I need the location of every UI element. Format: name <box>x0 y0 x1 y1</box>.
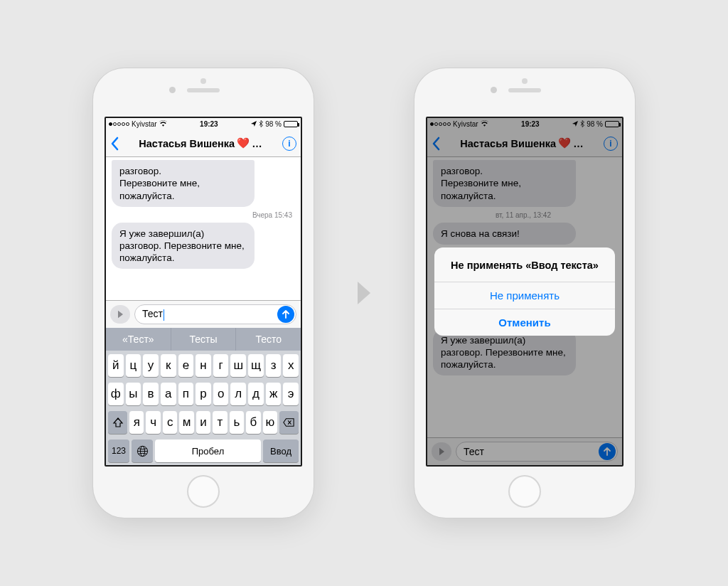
input-bar: Тест <box>106 300 301 328</box>
location-icon <box>251 120 257 128</box>
phone-right: Kyivstar 19:23 98 % <box>414 68 635 518</box>
modal-overlay: Не применять «Ввод текста» Не применять … <box>427 118 622 465</box>
screen-content: Kyivstar 19:23 98 % <box>427 118 622 465</box>
battery-icon <box>284 121 298 127</box>
key[interactable]: к <box>161 354 176 377</box>
arrow-icon <box>358 282 370 304</box>
signal-dots-icon <box>109 122 129 126</box>
keyboard-row: я ч с м и т ь б ю <box>108 411 299 434</box>
contact-name: Настасья Вишенка <box>139 138 235 149</box>
message-bubble: Я уже завершил(а) разговор. Перезвоните … <box>112 223 255 270</box>
key[interactable]: л <box>230 383 246 405</box>
back-button[interactable] <box>110 137 119 151</box>
battery-pct: 98 % <box>265 120 282 128</box>
predictive-suggestion[interactable]: Тесты <box>171 328 237 351</box>
undo-alert: Не применять «Ввод текста» Не применять … <box>434 247 615 336</box>
title-ellipsis: … <box>252 138 262 149</box>
screen-left: Kyivstar 19:23 98 % <box>105 117 302 467</box>
key[interactable]: т <box>213 411 227 434</box>
key[interactable]: ж <box>266 383 282 405</box>
key[interactable]: б <box>246 411 260 434</box>
alert-cancel-button[interactable]: Отменить <box>434 309 615 336</box>
phone-speaker <box>187 88 220 92</box>
keyboard-row: й ц у к е н г ш щ з х <box>108 354 299 377</box>
key[interactable]: я <box>129 411 144 434</box>
space-key[interactable]: Пробел <box>155 440 261 462</box>
phone-camera <box>491 87 497 93</box>
status-right: 98 % <box>251 120 298 129</box>
key[interactable]: ш <box>230 354 246 377</box>
key[interactable]: в <box>143 383 159 405</box>
key[interactable]: щ <box>248 354 264 377</box>
key[interactable]: ю <box>263 411 277 434</box>
keyboard-row: ф ы в а п р о л д ж э <box>108 383 299 405</box>
phone-left: Kyivstar 19:23 98 % <box>93 68 314 518</box>
comparison-stage: Kyivstar 19:23 98 % <box>0 0 728 586</box>
status-left: Kyivstar <box>109 120 167 128</box>
key[interactable]: е <box>178 354 194 377</box>
key[interactable]: э <box>283 383 299 405</box>
key[interactable]: и <box>196 411 210 434</box>
key[interactable]: а <box>161 383 176 405</box>
key[interactable]: с <box>163 411 177 434</box>
key[interactable]: н <box>196 354 211 377</box>
key[interactable]: м <box>179 411 193 434</box>
numbers-key[interactable]: 123 <box>108 440 129 462</box>
key[interactable]: о <box>213 383 229 405</box>
predictive-suggestion[interactable]: Тесто <box>236 328 301 351</box>
home-button[interactable] <box>508 475 541 508</box>
alert-undo-button[interactable]: Не применять <box>434 282 615 309</box>
info-button[interactable]: i <box>282 137 296 151</box>
key[interactable]: х <box>283 354 299 377</box>
return-key[interactable]: Ввод <box>263 440 299 462</box>
key[interactable]: д <box>248 383 264 405</box>
home-button[interactable] <box>187 475 220 508</box>
key[interactable]: ы <box>126 383 141 405</box>
apps-button[interactable] <box>110 305 130 324</box>
text-caret <box>164 309 165 321</box>
phone-sensor <box>200 78 206 84</box>
key[interactable]: ь <box>230 411 244 434</box>
messages-list[interactable]: разговор. Перезвоните мне, пожалуйста. В… <box>106 157 301 300</box>
send-button[interactable] <box>277 306 294 323</box>
key[interactable]: й <box>108 354 124 377</box>
globe-key[interactable] <box>132 440 153 462</box>
phone-speaker <box>508 88 541 92</box>
key[interactable]: ч <box>146 411 160 434</box>
key[interactable]: ф <box>108 383 124 405</box>
phone-sensor <box>522 78 528 84</box>
carrier-label: Kyivstar <box>132 120 157 128</box>
keyboard-row: 123 Пробел Ввод <box>108 440 299 462</box>
nav-title: Настасья Вишенка ❤️ … <box>119 137 282 149</box>
status-time: 19:23 <box>200 120 218 128</box>
status-bar: Kyivstar 19:23 98 % <box>106 118 301 130</box>
keyboard: й ц у к е н г ш щ з х ф ы в а п <box>106 351 301 465</box>
message-input[interactable]: Тест <box>134 304 296 324</box>
heart-icon: ❤️ <box>237 137 250 149</box>
timestamp: Вчера 15:43 <box>112 211 292 220</box>
key[interactable]: з <box>266 354 282 377</box>
key[interactable]: п <box>178 383 194 405</box>
bluetooth-icon <box>259 120 263 129</box>
key[interactable]: у <box>143 354 159 377</box>
phone-camera <box>169 87 176 93</box>
predictive-suggestion[interactable]: «Тест» <box>106 328 171 351</box>
key[interactable]: ц <box>126 354 141 377</box>
input-value: Тест <box>142 308 163 319</box>
key[interactable]: р <box>196 383 211 405</box>
alert-title: Не применять «Ввод текста» <box>434 247 615 282</box>
screen-right: Kyivstar 19:23 98 % <box>426 117 623 467</box>
backspace-key[interactable] <box>279 411 299 434</box>
key[interactable]: г <box>213 354 229 377</box>
wifi-icon <box>159 120 167 128</box>
message-bubble: разговор. Перезвоните мне, пожалуйста. <box>112 160 255 207</box>
predictive-bar: «Тест» Тесты Тесто <box>106 328 301 351</box>
shift-key[interactable] <box>108 411 127 434</box>
nav-bar: Настасья Вишенка ❤️ … i <box>106 130 301 157</box>
